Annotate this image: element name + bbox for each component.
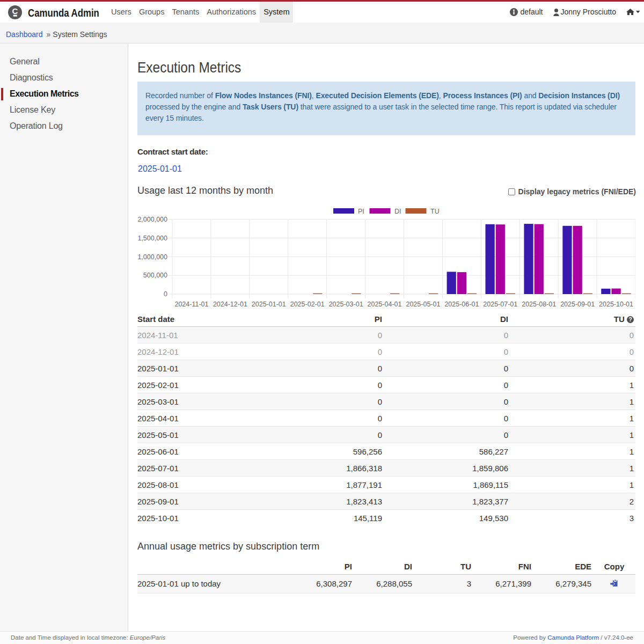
svg-text:1,000,000: 1,000,000 bbox=[137, 253, 167, 261]
svg-text:2024-11-01: 2024-11-01 bbox=[174, 301, 208, 308]
svg-text:500,000: 500,000 bbox=[143, 272, 167, 279]
svg-text:0: 0 bbox=[164, 290, 167, 298]
svg-text:2025-03-01: 2025-03-01 bbox=[329, 301, 363, 308]
svg-text:PI: PI bbox=[358, 208, 364, 215]
svg-text:1,500,000: 1,500,000 bbox=[137, 235, 167, 242]
svg-text:DI: DI bbox=[394, 208, 401, 215]
svg-text:C: C bbox=[12, 6, 18, 16]
svg-text:2025-05-01: 2025-05-01 bbox=[406, 301, 440, 308]
svg-text:2024-12-01: 2024-12-01 bbox=[213, 301, 247, 308]
svg-text:TU: TU bbox=[430, 208, 440, 215]
svg-text:?: ? bbox=[628, 316, 632, 323]
svg-text:2025-04-01: 2025-04-01 bbox=[368, 301, 402, 308]
svg-text:2,000,000: 2,000,000 bbox=[137, 216, 167, 223]
svg-text:2025-07-01: 2025-07-01 bbox=[483, 301, 517, 308]
svg-text:2025-06-01: 2025-06-01 bbox=[444, 301, 479, 308]
svg-text:2025-08-01: 2025-08-01 bbox=[522, 301, 556, 308]
svg-text:2025-02-01: 2025-02-01 bbox=[290, 301, 325, 308]
svg-text:2025-10-01: 2025-10-01 bbox=[599, 301, 633, 308]
svg-text:2025-09-01: 2025-09-01 bbox=[560, 301, 595, 308]
svg-text:2025-01-01: 2025-01-01 bbox=[252, 301, 286, 308]
